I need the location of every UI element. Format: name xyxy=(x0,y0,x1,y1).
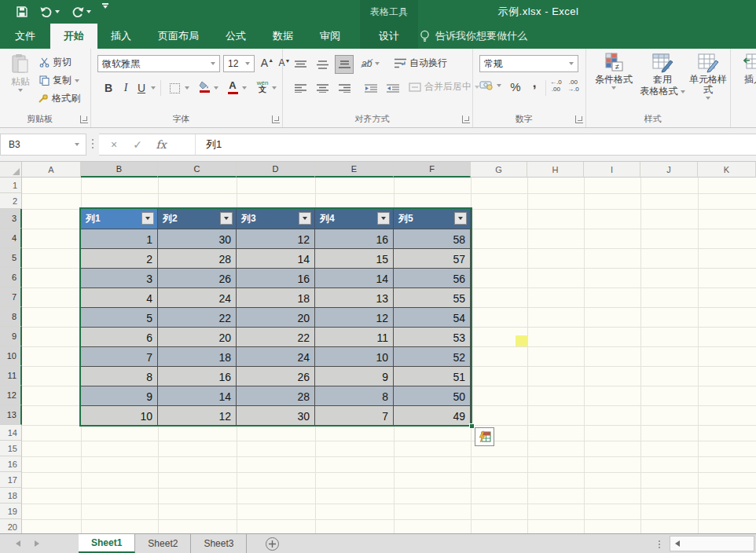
fill-color-caret[interactable] xyxy=(214,86,218,90)
next-sheet-arrow-icon[interactable] xyxy=(35,540,39,547)
row-header-7[interactable]: 7 xyxy=(0,287,22,307)
table-cell[interactable]: 14 xyxy=(158,386,237,405)
row-header-19[interactable]: 19 xyxy=(0,504,22,519)
table-cell[interactable]: 49 xyxy=(394,405,471,425)
borders-button[interactable] xyxy=(165,79,184,97)
table-cell[interactable]: 10 xyxy=(315,346,394,366)
table-cell[interactable]: 28 xyxy=(158,248,237,268)
fill-handle[interactable] xyxy=(469,423,475,429)
borders-caret[interactable] xyxy=(185,86,189,90)
table-cell[interactable]: 57 xyxy=(394,248,471,268)
row-header-9[interactable]: 9 xyxy=(0,327,22,346)
row-header-2[interactable]: 2 xyxy=(0,193,22,209)
bold-button[interactable]: B xyxy=(99,79,118,97)
table-cell[interactable]: 50 xyxy=(394,386,471,405)
column-header-E[interactable]: E xyxy=(315,162,394,178)
table-cell[interactable]: 55 xyxy=(394,287,471,307)
phonetic-caret[interactable] xyxy=(272,86,277,90)
column-header-J[interactable]: J xyxy=(640,162,698,178)
underline-button[interactable]: U xyxy=(134,79,149,97)
name-box[interactable]: B3 xyxy=(0,134,86,156)
redo-dropdown-caret[interactable] xyxy=(86,10,91,13)
table-cell[interactable]: 9 xyxy=(81,386,158,405)
redo-button[interactable] xyxy=(69,3,93,20)
table-header-cell-列2[interactable]: 列2 xyxy=(158,209,237,229)
table-cell[interactable]: 13 xyxy=(315,287,394,307)
quick-analysis-button[interactable] xyxy=(475,427,494,446)
tell-me-box[interactable]: 告诉我你想要做什么 xyxy=(420,24,527,49)
tab-scroll-split-handle[interactable] xyxy=(659,540,660,542)
tab-数据[interactable]: 数据 xyxy=(259,24,306,49)
table-cell[interactable]: 12 xyxy=(158,405,237,425)
table-cell[interactable]: 51 xyxy=(394,366,471,386)
format-as-table-button[interactable]: 套用 表格格式 xyxy=(638,53,687,97)
table-cell[interactable]: 6 xyxy=(81,327,158,346)
tab-开始[interactable]: 开始 xyxy=(50,24,97,49)
table-cell[interactable]: 14 xyxy=(237,248,315,268)
row-header-1[interactable]: 1 xyxy=(0,178,22,193)
row-header-20[interactable]: 20 xyxy=(0,519,22,533)
row-header-18[interactable]: 18 xyxy=(0,488,22,504)
tab-审阅[interactable]: 审阅 xyxy=(306,24,354,49)
clipboard-dialog-launcher[interactable] xyxy=(80,115,88,123)
table-cell[interactable]: 8 xyxy=(315,386,394,405)
table-cell[interactable]: 16 xyxy=(237,268,315,287)
row-header-15[interactable]: 15 xyxy=(0,441,22,456)
fill-color-button[interactable] xyxy=(195,77,214,96)
table-cell[interactable]: 7 xyxy=(81,346,158,366)
table-cell[interactable]: 8 xyxy=(81,366,158,386)
prev-sheet-arrow-icon[interactable] xyxy=(16,540,20,547)
table-cell[interactable]: 14 xyxy=(315,268,394,287)
align-middle-button[interactable] xyxy=(313,55,332,74)
format-painter-button[interactable]: 格式刷 xyxy=(38,92,80,105)
undo-dropdown-caret[interactable] xyxy=(55,10,60,13)
align-center-button[interactable] xyxy=(313,79,332,97)
table-cell[interactable]: 4 xyxy=(81,287,158,307)
comma-style-button[interactable]: , xyxy=(525,74,544,93)
table-cell[interactable]: 5 xyxy=(81,307,158,327)
tab-文件[interactable]: 文件 xyxy=(0,24,50,49)
row-header-3[interactable]: 3 xyxy=(0,209,22,229)
scroll-left-arrow-icon[interactable] xyxy=(670,537,684,551)
row-header-13[interactable]: 13 xyxy=(0,405,22,425)
table-cell[interactable]: 18 xyxy=(237,287,315,307)
name-box-caret[interactable] xyxy=(75,143,79,146)
paste-button[interactable]: 粘贴 xyxy=(6,53,35,92)
table-cell[interactable]: 1 xyxy=(81,229,158,248)
column-header-B[interactable]: B xyxy=(81,162,158,178)
row-header-4[interactable]: 4 xyxy=(0,229,22,248)
table-header-cell-列3[interactable]: 列3 xyxy=(237,209,315,229)
table-cell[interactable]: 22 xyxy=(158,307,237,327)
underline-caret[interactable] xyxy=(151,86,156,90)
table-cell[interactable]: 10 xyxy=(81,405,158,425)
column-header-D[interactable]: D xyxy=(237,162,315,178)
increase-decimal-button[interactable]: ←.0 .00 xyxy=(550,79,562,93)
table-cell[interactable]: 12 xyxy=(237,229,315,248)
row-header-11[interactable]: 11 xyxy=(0,366,22,386)
row-header-16[interactable]: 16 xyxy=(0,456,22,472)
column-header-G[interactable]: G xyxy=(471,162,527,178)
table-cell[interactable]: 26 xyxy=(158,268,237,287)
table-cell[interactable]: 53 xyxy=(394,327,471,346)
column-header-C[interactable]: C xyxy=(158,162,237,178)
tab-公式[interactable]: 公式 xyxy=(212,24,259,49)
column-header-F[interactable]: F xyxy=(394,162,471,178)
sheet-tab-Sheet3[interactable]: Sheet3 xyxy=(191,534,247,553)
font-size-select[interactable]: 12 xyxy=(223,55,255,72)
increase-indent-button[interactable] xyxy=(384,79,402,97)
font-name-select[interactable]: 微软雅黑 xyxy=(97,55,220,72)
table-cell[interactable]: 22 xyxy=(237,327,315,346)
filter-dropdown-button[interactable] xyxy=(299,212,311,225)
row-header-6[interactable]: 6 xyxy=(0,268,22,287)
number-format-select[interactable]: 常规 xyxy=(479,55,578,72)
sheet-tab-Sheet2[interactable]: Sheet2 xyxy=(135,534,191,553)
row-header-17[interactable]: 17 xyxy=(0,472,22,488)
formula-input[interactable]: 列1 xyxy=(206,134,222,156)
undo-button[interactable] xyxy=(38,3,61,20)
row-header-12[interactable]: 12 xyxy=(0,386,22,405)
enter-button[interactable]: ✓ xyxy=(127,134,148,156)
column-header-A[interactable]: A xyxy=(22,162,81,178)
wrap-text-button[interactable]: 自动换行 xyxy=(395,57,447,70)
cell-styles-button[interactable]: 单元格样式 xyxy=(687,53,729,100)
table-cell[interactable]: 20 xyxy=(158,327,237,346)
